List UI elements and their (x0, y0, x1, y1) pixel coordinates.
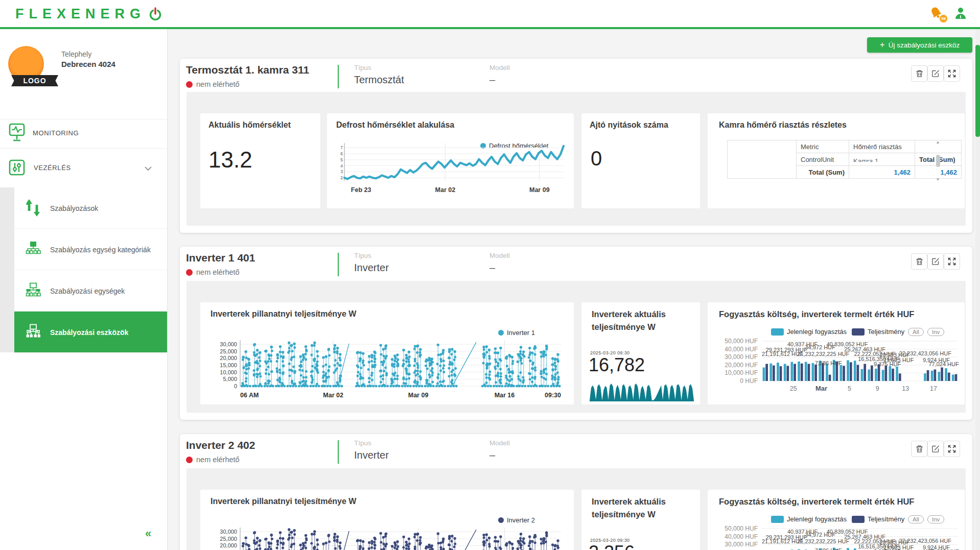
svg-text:50,000 HUF: 50,000 HUF (725, 525, 758, 532)
svg-text:09:30: 09:30 (545, 392, 561, 399)
legend-label: Teljesítmény (868, 328, 904, 336)
svg-text:34,972 HUF: 34,972 HUF (805, 532, 835, 538)
chevron-down-icon (144, 166, 152, 171)
filter-inv-button[interactable]: Inv (927, 328, 944, 336)
widget-title: Inverterek pillanatnyi teljesítménye W (211, 309, 356, 319)
widget-current-power: Inverterek aktuális teljesítménye W 2025… (581, 490, 700, 550)
svg-text:5,000: 5,000 (223, 376, 237, 382)
current-power-value: 16,782 (589, 354, 645, 376)
notifications-button[interactable]: 99 (929, 6, 943, 21)
divider (338, 65, 339, 88)
legend-swatch (771, 516, 784, 523)
org-tree-outline-icon (26, 282, 41, 299)
sidebar-item-label: Szabályozási egységek (50, 287, 125, 295)
svg-text:25: 25 (790, 385, 797, 392)
filter-inv-button[interactable]: Inv (927, 515, 944, 523)
table-scrollbar[interactable]: ▲ ▼ (935, 140, 941, 182)
widget-title: Ajtó nyitások száma (590, 121, 668, 130)
svg-text:30,000 HUF: 30,000 HUF (725, 541, 758, 548)
delete-button[interactable] (911, 65, 927, 82)
filter-all-button[interactable]: All (908, 515, 924, 523)
door-openings-value: 0 (591, 147, 602, 170)
new-control-device-button[interactable]: + Új szabályozási eszköz (867, 37, 972, 53)
user-icon (954, 7, 967, 20)
delete-button[interactable] (911, 253, 927, 270)
sidebar-item-eszkozok[interactable]: Szabályozási eszközök (14, 312, 167, 353)
edit-button[interactable] (927, 253, 944, 270)
chart-legend-consumption: Jelenlegi fogyasztás (771, 328, 847, 336)
svg-text:10,000: 10,000 (220, 369, 237, 375)
device-title: Termosztát 1. kamra 311 (186, 64, 309, 76)
svg-text:9,375 HUF: 9,375 HUF (874, 361, 901, 367)
svg-text:06 AM: 06 AM (240, 392, 259, 399)
legend-swatch (852, 328, 865, 336)
sidebar-item-kategoriak[interactable]: Szabályozás egység kategóriák (14, 229, 167, 270)
svg-text:15,000: 15,000 (220, 362, 237, 368)
scrollbar-thumb[interactable] (936, 155, 940, 167)
scroll-down-icon[interactable]: ▼ (936, 177, 940, 182)
expand-button[interactable] (944, 441, 960, 457)
table-value-link[interactable]: 1,462 (849, 166, 915, 179)
svg-text:25,000: 25,000 (220, 536, 237, 542)
defrost-line-chart: 234567Feb 23Mar 02Mar 09 (331, 139, 570, 198)
legend-swatch (771, 328, 784, 336)
sidebar-collapse-button[interactable]: « (145, 527, 151, 540)
widget-alarm-table: Kamra hőmérő riasztás részletes Metric H… (708, 113, 965, 208)
svg-text:3: 3 (340, 169, 343, 174)
sidebar-item-egysegek[interactable]: Szabályozási egységek (14, 270, 167, 312)
power-icon (149, 7, 162, 22)
page-scrollbar-thumb[interactable] (975, 45, 980, 137)
org-tree-outline-icon (26, 324, 41, 340)
svg-text:Mar 09: Mar 09 (529, 186, 550, 194)
expand-button[interactable] (944, 65, 960, 82)
svg-text:30,000: 30,000 (220, 529, 237, 535)
svg-text:77,024 HUF: 77,024 HUF (928, 361, 959, 367)
filter-all-button[interactable]: All (908, 328, 924, 336)
site-label: Telephely (61, 50, 91, 58)
type-value: Termosztát (354, 74, 404, 86)
site-logo-ribbon: LOGO (11, 75, 58, 86)
device-card-thermostat: Termosztát 1. kamra 311 nem elérhető Típ… (180, 59, 972, 233)
cost-bar-chart: 0 HUF10,000 HUF20,000 HUF30,000 HUF40,00… (711, 336, 963, 402)
type-label: Típus (354, 252, 371, 259)
svg-text:22,232,423,056 HUF: 22,232,423,056 HUF (899, 538, 951, 544)
svg-text:40,000 HUF: 40,000 HUF (725, 346, 758, 353)
sidebar-item-label: MONITORING (33, 129, 79, 137)
svg-text:Mar 02: Mar 02 (435, 186, 456, 194)
model-label: Modell (489, 252, 510, 259)
widget-title: Fogyasztás költség, inverterek termelt é… (719, 309, 914, 319)
user-menu-button[interactable] (954, 7, 967, 22)
inverter-power-scatter-chart: 05,00010,00015,00020,00025,00030,00006 A… (205, 335, 566, 400)
trash-icon (916, 445, 923, 453)
svg-text:7: 7 (340, 145, 343, 150)
sidebar-item-monitoring[interactable]: MONITORING (0, 119, 167, 148)
svg-text:7,886 HUF: 7,886 HUF (815, 360, 842, 366)
svg-text:2: 2 (340, 175, 343, 180)
app-header: FLEXENERG 99 (0, 0, 980, 29)
sidebar-item-vezerles[interactable]: VEZÉRLÉS (0, 148, 167, 187)
arrows-up-down-icon (26, 199, 41, 217)
alarm-table: Metric Hőmérő riasztás ControlUnit Kamra… (727, 140, 962, 179)
app-logo: FLEXENERG (15, 6, 162, 22)
svg-text:30,000 HUF: 30,000 HUF (725, 353, 758, 361)
device-card-inverter-1: Inverter 1 401 nem elérhető Típus Invert… (180, 247, 972, 420)
scroll-up-icon[interactable]: ▲ (936, 140, 940, 145)
widget-instant-power: Inverterek pillanatnyi teljesítménye W I… (200, 490, 574, 550)
sidebar-item-szabalyozasok[interactable]: Szabályozások (14, 187, 167, 229)
svg-text:0 HUF: 0 HUF (740, 377, 758, 385)
type-value: Inverter (354, 262, 389, 274)
device-title: Inverter 1 401 (186, 252, 255, 264)
edit-button[interactable] (927, 65, 944, 82)
table-cell-blank (728, 140, 797, 179)
divider (338, 253, 339, 276)
edit-button[interactable] (927, 441, 944, 457)
svg-text:0: 0 (234, 383, 237, 389)
site-name: Debrecen 4024 (61, 60, 115, 68)
controls-icon (9, 159, 25, 176)
status-text: nem elérhető (196, 456, 240, 464)
status-dot (186, 457, 193, 463)
sidebar-item-label: Szabályozások (50, 204, 98, 212)
delete-button[interactable] (911, 441, 927, 457)
widget-title-line2: teljesítménye W (592, 510, 656, 519)
expand-button[interactable] (944, 253, 960, 270)
